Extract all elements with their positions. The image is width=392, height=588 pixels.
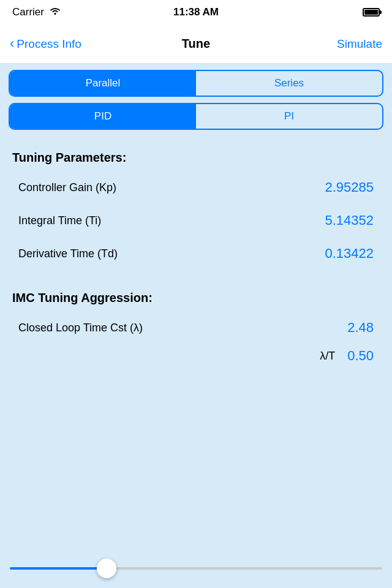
simulate-button[interactable]: Simulate [337,37,382,51]
svg-point-0 [54,13,56,15]
parallel-option[interactable]: Parallel [10,71,196,96]
segment-controls: Parallel Series PID PI [0,64,392,130]
controller-gain-label: Controller Gain (Kp) [18,181,116,194]
imc-section: IMC Tuning Aggression: Closed Loop Time … [0,279,392,364]
integral-time-value: 5.14352 [325,213,374,228]
battery-icon [363,8,380,17]
tuning-section: Tuning Parameters: Controller Gain (Kp) … [0,136,392,262]
slider-track[interactable] [10,567,382,570]
navigation-bar: ‹ Process Info Tune Simulate [0,24,392,64]
integral-time-row: Integral Time (Ti) 5.14352 [12,213,380,228]
controller-gain-row: Controller Gain (Kp) 2.95285 [12,179,380,195]
pid-option[interactable]: PID [10,104,196,129]
back-label: Process Info [17,37,81,51]
slider-container [0,567,392,570]
tuning-section-title: Tuning Parameters: [12,151,380,165]
derivative-time-label: Derivative Time (Td) [18,247,118,260]
integral-time-label: Integral Time (Ti) [18,214,101,227]
slider-thumb[interactable] [97,559,116,578]
derivative-time-value: 0.13422 [325,246,374,262]
imc-section-title: IMC Tuning Aggression: [12,291,380,305]
lambda-t-value: 0.50 [347,348,374,364]
closed-loop-value: 2.48 [347,320,374,336]
lambda-t-row: λ/T 0.50 [12,348,380,364]
slider-fill [10,567,107,570]
back-chevron-icon: ‹ [10,37,14,50]
status-bar: Carrier 11:38 AM [0,0,392,24]
main-content: Parallel Series PID PI Tuning Parameters… [0,64,392,364]
status-battery [363,8,380,17]
pid-pi-control: PID PI [9,103,383,130]
closed-loop-row: Closed Loop Time Cst (λ) 2.48 [12,320,380,336]
status-time: 11:38 AM [173,6,219,18]
controller-gain-value: 2.95285 [325,179,374,195]
wifi-icon [49,7,61,18]
page-title: Tune [182,37,210,51]
series-option[interactable]: Series [196,71,382,96]
derivative-time-row: Derivative Time (Td) 0.13422 [12,246,380,262]
status-carrier: Carrier [12,6,61,18]
closed-loop-label: Closed Loop Time Cst (λ) [18,322,143,334]
back-button[interactable]: ‹ Process Info [10,37,81,51]
parallel-series-control: Parallel Series [9,70,383,97]
pi-option[interactable]: PI [196,104,382,129]
lambda-t-label: λ/T [18,350,335,363]
